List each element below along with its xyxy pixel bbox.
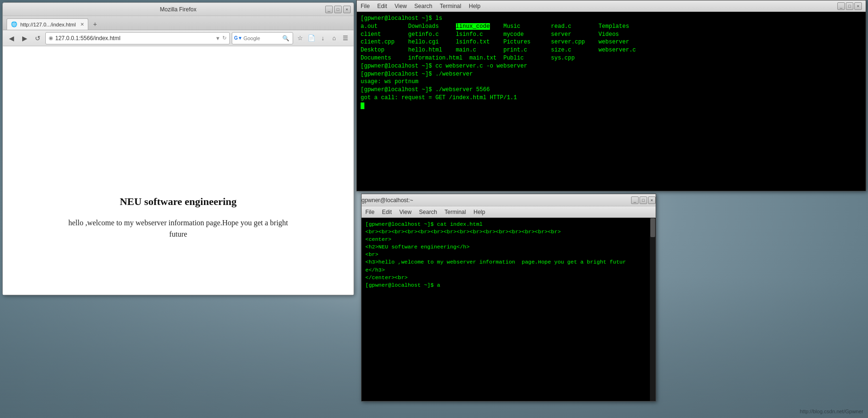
terminal1-line-8: usage: ws portnum bbox=[361, 78, 862, 86]
terminal2-scrollbar-thumb[interactable] bbox=[650, 218, 655, 237]
terminal2-line-7: </center><br> bbox=[365, 274, 646, 282]
terminal1-line-3: client.cpp hello.cgi lsinfo.txt Pictures… bbox=[361, 38, 862, 46]
close-button[interactable]: × bbox=[343, 6, 351, 13]
firefox-titlebar: Mozilla Firefox _ □ × bbox=[3, 3, 354, 16]
terminal2-win-controls: _ □ × bbox=[631, 196, 656, 204]
terminal2-body[interactable]: [gpwner@localhost ~]$ cat index.html <br… bbox=[362, 218, 650, 401]
tab-close-button[interactable]: ✕ bbox=[80, 22, 84, 27]
dropdown-icon[interactable]: ▼ bbox=[215, 35, 220, 41]
reload-button[interactable]: ↺ bbox=[32, 33, 43, 44]
web-content: NEU software engineering hello ,welcome … bbox=[3, 46, 354, 295]
refresh-icon[interactable]: ↻ bbox=[222, 35, 227, 41]
terminal2-menu-search[interactable]: Search bbox=[419, 209, 437, 215]
terminal1-minimize[interactable]: _ bbox=[837, 2, 845, 10]
terminal1-inner: [gpwner@localhost ~]$ ls a.out Downloads… bbox=[357, 12, 866, 191]
firefox-navbar: ◀ ▶ ↺ ◉ ▼ ↻ G▼ 🔍 ☆ 📄 ↓ ⌂ ☰ bbox=[3, 30, 354, 46]
terminal2-line-2: <center> bbox=[365, 236, 646, 243]
bookmark-star-icon[interactable]: ☆ bbox=[295, 33, 305, 43]
firefox-window-controls: _ □ × bbox=[325, 6, 351, 13]
terminal2-line-5: <h3>hello ,welcome to my webserver infor… bbox=[365, 258, 646, 266]
terminal1-line-9: [gpwner@localhost ~]$ ./webserver 5566 bbox=[361, 86, 862, 94]
terminal2-title: gpwner@localhost:~ bbox=[362, 197, 413, 204]
terminal2-line-8: [gpwner@localhost ~]$ a bbox=[365, 282, 646, 289]
search-icon[interactable]: 🔍 bbox=[282, 35, 289, 42]
toolbar-icons: ☆ 📄 ↓ ⌂ ☰ bbox=[295, 33, 351, 43]
google-badge[interactable]: G▼ bbox=[234, 35, 243, 41]
tab-icon: 🌐 bbox=[11, 21, 17, 27]
terminal2-line-1: <br><br><br><br><br><br><br><br><br><br>… bbox=[365, 228, 646, 236]
terminal2-line-3: <h2>NEU software engineering</h> bbox=[365, 243, 646, 251]
new-tab-button[interactable]: + bbox=[90, 19, 100, 29]
maximize-button[interactable]: □ bbox=[334, 6, 342, 13]
terminal1-menu-search[interactable]: Search bbox=[414, 3, 432, 9]
terminal2-menu-terminal[interactable]: Terminal bbox=[445, 209, 466, 215]
webpage-body: hello ,welcome to my webserver informati… bbox=[60, 217, 296, 240]
terminal1-menu-help[interactable]: Help bbox=[469, 3, 480, 9]
terminal2-menu-help[interactable]: Help bbox=[473, 209, 485, 215]
firefox-title: Mozilla Firefox bbox=[160, 6, 196, 13]
terminal2-line-6: e</h3> bbox=[365, 266, 646, 274]
terminal2-inner: [gpwner@localhost ~]$ cat index.html <br… bbox=[362, 218, 656, 401]
terminal2-menu-edit[interactable]: Edit bbox=[382, 209, 392, 215]
terminal2-menu-file[interactable]: File bbox=[365, 209, 374, 215]
terminal2-minimize[interactable]: _ bbox=[631, 196, 639, 204]
terminal2-line-4: <br> bbox=[365, 251, 646, 258]
terminal1-maximize[interactable]: □ bbox=[846, 2, 853, 10]
terminal1-win-controls: _ □ × bbox=[837, 2, 862, 10]
terminal2-menubar: File Edit View Search Terminal Help bbox=[362, 206, 656, 218]
terminal1-line-0: [gpwner@localhost ~]$ ls bbox=[361, 15, 862, 23]
terminal2-titlebar: gpwner@localhost:~ _ □ × bbox=[362, 194, 656, 206]
terminal1-cursor-line bbox=[361, 102, 862, 110]
terminal1-line-10: got a call: request = GET /index.html HT… bbox=[361, 94, 862, 102]
terminal1-menu-terminal[interactable]: Terminal bbox=[440, 3, 461, 9]
terminal1-line-2: client getinfo.c lsinfo.c mycode server … bbox=[361, 31, 862, 39]
terminal2-close[interactable]: × bbox=[648, 196, 656, 204]
terminal2-menu-view[interactable]: View bbox=[399, 209, 412, 215]
firefox-tabs: 🌐 http://127.0.../index.html ✕ + bbox=[3, 16, 354, 30]
firefox-window: Mozilla Firefox _ □ × 🌐 http://127.0.../… bbox=[2, 2, 354, 295]
terminal1-body[interactable]: [gpwner@localhost ~]$ ls a.out Downloads… bbox=[357, 12, 866, 191]
terminal1-line-1: a.out Downloads linux_code Music read.c … bbox=[361, 23, 862, 31]
menu-icon[interactable]: ☰ bbox=[340, 33, 351, 43]
reader-icon[interactable]: 📄 bbox=[306, 33, 317, 43]
terminal-1: File Edit View Search Terminal Help _ □ … bbox=[356, 0, 866, 191]
search-input[interactable] bbox=[244, 35, 281, 41]
home-icon[interactable]: ⌂ bbox=[329, 33, 339, 43]
address-bar-wrap: ◉ ▼ ↻ bbox=[45, 32, 230, 44]
minimize-button[interactable]: _ bbox=[325, 6, 333, 13]
terminal1-close[interactable]: × bbox=[854, 2, 862, 10]
terminal1-line-4: Desktop hello.html main.c print.c size.c… bbox=[361, 46, 862, 54]
active-tab[interactable]: 🌐 http://127.0.../index.html ✕ bbox=[7, 18, 88, 30]
address-bar[interactable] bbox=[55, 35, 213, 42]
webpage-heading: NEU software engineering bbox=[120, 196, 237, 208]
terminal-2: gpwner@localhost:~ _ □ × File Edit View … bbox=[361, 194, 656, 401]
search-bar-wrap: G▼ 🔍 bbox=[232, 32, 293, 44]
tab-label: http://127.0.../index.html bbox=[20, 22, 76, 27]
terminal1-menubar: File Edit View Search Terminal Help _ □ … bbox=[357, 0, 866, 12]
terminal1-line-6: [gpwner@localhost ~]$ cc webserver.c -o … bbox=[361, 62, 862, 70]
terminal1-line-7: [gpwner@localhost ~]$ ./webserver bbox=[361, 70, 862, 78]
terminal1-menu-view[interactable]: View bbox=[395, 3, 407, 9]
lock-icon: ◉ bbox=[49, 35, 53, 41]
download-icon[interactable]: ↓ bbox=[318, 33, 328, 43]
terminal1-line-5: Documents information.html main.txt Publ… bbox=[361, 54, 862, 62]
terminal1-menu-edit[interactable]: Edit bbox=[377, 3, 387, 9]
terminal2-maximize[interactable]: □ bbox=[640, 196, 647, 204]
watermark: http://blog.csdn.net/Gpwner bbox=[800, 409, 863, 414]
terminal2-scrollbar[interactable] bbox=[650, 218, 656, 401]
terminal1-highlight: linux_code bbox=[456, 23, 490, 30]
forward-button[interactable]: ▶ bbox=[19, 33, 30, 44]
back-button[interactable]: ◀ bbox=[6, 33, 17, 44]
terminal1-cursor bbox=[361, 102, 364, 109]
terminal2-line-0: [gpwner@localhost ~]$ cat index.html bbox=[365, 221, 646, 228]
terminal1-menu-file[interactable]: File bbox=[361, 3, 370, 9]
